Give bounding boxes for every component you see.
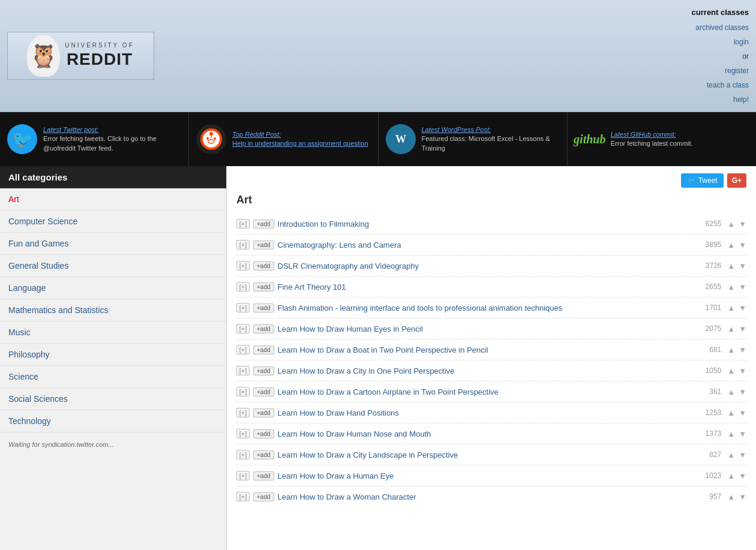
expand-button[interactable]: [+]	[236, 345, 250, 354]
add-button[interactable]: +add	[253, 408, 274, 417]
sidebar-item-art[interactable]: Art	[0, 188, 226, 211]
upvote-button[interactable]: ▲	[727, 367, 735, 375]
expand-button[interactable]: [+]	[236, 387, 250, 396]
course-count: 2075	[697, 324, 721, 333]
upvote-button[interactable]: ▲	[727, 451, 735, 459]
course-name[interactable]: Introduction to Filmmaking	[278, 220, 694, 229]
upvote-button[interactable]: ▲	[727, 493, 735, 501]
expand-button[interactable]: [+]	[236, 240, 250, 250]
course-name[interactable]: Learn How to Draw a City in One Point Pe…	[278, 366, 694, 375]
downvote-button[interactable]: ▼	[739, 493, 746, 501]
expand-button[interactable]: [+]	[236, 261, 250, 271]
course-name[interactable]: Fine Art Theory 101	[278, 282, 694, 291]
upvote-button[interactable]: ▲	[727, 472, 735, 480]
expand-button[interactable]: [+]	[236, 303, 250, 312]
add-button[interactable]: +add	[253, 429, 274, 438]
add-button[interactable]: +add	[253, 492, 274, 501]
downvote-button[interactable]: ▼	[739, 325, 746, 333]
tweet-button[interactable]: 🐦 Tweet	[681, 173, 724, 188]
upvote-button[interactable]: ▲	[727, 325, 735, 333]
downvote-button[interactable]: ▼	[739, 304, 746, 312]
sidebar-item-philosophy[interactable]: Philosophy	[0, 344, 226, 366]
downvote-button[interactable]: ▼	[739, 262, 746, 270]
sidebar-footer: Waiting for syndication.twitter.com...	[0, 435, 226, 454]
gplus-button[interactable]: G+	[727, 173, 746, 188]
page-header: 🦉 UNIVERSITY OF REDDIT current classes a…	[0, 0, 756, 112]
upvote-button[interactable]: ▲	[727, 346, 735, 354]
expand-button[interactable]: [+]	[236, 471, 250, 480]
expand-button[interactable]: [+]	[236, 219, 250, 229]
expand-button[interactable]: [+]	[236, 366, 250, 375]
course-name[interactable]: Learn How to Draw Human Nose and Mouth	[278, 429, 694, 438]
course-count: 957	[697, 492, 721, 501]
nav-teach[interactable]: teach a class	[692, 78, 749, 92]
logo-area: 🦉 UNIVERSITY OF REDDIT	[7, 32, 154, 80]
upvote-button[interactable]: ▲	[727, 220, 735, 228]
expand-button[interactable]: [+]	[236, 324, 250, 333]
sidebar-item-fun-and-games[interactable]: Fun and Games	[0, 233, 226, 255]
downvote-button[interactable]: ▼	[739, 430, 746, 438]
add-button[interactable]: +add	[253, 366, 274, 375]
course-name[interactable]: Learn How to Draw Hand Positions	[278, 408, 694, 417]
twitter-label[interactable]: Latest Twitter post:	[43, 126, 98, 133]
course-name[interactable]: Learn How to Draw a Cartoon Airplane in …	[278, 387, 694, 396]
add-button[interactable]: +add	[253, 303, 274, 312]
nav-help[interactable]: help!	[692, 92, 749, 107]
expand-button[interactable]: [+]	[236, 282, 250, 291]
course-name[interactable]: Learn How to Draw Human Eyes in Pencil	[278, 324, 694, 333]
downvote-button[interactable]: ▼	[739, 388, 746, 396]
add-button[interactable]: +add	[253, 241, 274, 250]
expand-button[interactable]: [+]	[236, 429, 250, 438]
nav-archived-classes[interactable]: archived classes	[692, 20, 749, 35]
site-logo[interactable]: 🦉 UNIVERSITY OF REDDIT	[7, 32, 154, 80]
add-button[interactable]: +add	[253, 262, 274, 271]
reddit-label[interactable]: Top Reddit Post:	[232, 131, 281, 138]
downvote-button[interactable]: ▼	[739, 220, 746, 228]
upvote-button[interactable]: ▲	[727, 262, 735, 270]
nav-login[interactable]: login	[692, 35, 749, 49]
upvote-button[interactable]: ▲	[727, 241, 735, 249]
add-button[interactable]: +add	[253, 471, 274, 480]
reddit-content[interactable]: Help in understanding an assignment ques…	[232, 140, 368, 147]
course-name[interactable]: Learn How to Draw a Human Eye	[278, 471, 694, 480]
sidebar-item-general-studies[interactable]: General Studies	[0, 255, 226, 277]
downvote-button[interactable]: ▼	[739, 472, 746, 480]
course-name[interactable]: Learn How to Draw a City Landscape in Pe…	[278, 450, 694, 459]
sidebar-item-mathematics-and-statistics[interactable]: Mathematics and Statistics	[0, 299, 226, 321]
sidebar-item-language[interactable]: Language	[0, 277, 226, 299]
downvote-button[interactable]: ▼	[739, 451, 746, 459]
course-name[interactable]: Cinematography: Lens and Camera	[278, 241, 694, 250]
add-button[interactable]: +add	[253, 220, 274, 229]
nav-register[interactable]: register	[692, 64, 749, 78]
expand-button[interactable]: [+]	[236, 408, 250, 417]
upvote-button[interactable]: ▲	[727, 430, 735, 438]
downvote-button[interactable]: ▼	[739, 346, 746, 354]
add-button[interactable]: +add	[253, 450, 274, 459]
add-button[interactable]: +add	[253, 282, 274, 291]
downvote-button[interactable]: ▼	[739, 367, 746, 375]
expand-button[interactable]: [+]	[236, 450, 250, 459]
upvote-button[interactable]: ▲	[727, 283, 735, 291]
sidebar-item-computer-science[interactable]: Computer Science	[0, 211, 226, 233]
github-label[interactable]: Latest GitHub commit:	[611, 131, 676, 138]
downvote-button[interactable]: ▼	[739, 283, 746, 291]
sidebar-item-science[interactable]: Science	[0, 366, 226, 388]
sidebar-item-social-sciences[interactable]: Social Sciences	[0, 388, 226, 410]
wordpress-label[interactable]: Latest WordPress Post:	[422, 126, 491, 133]
downvote-button[interactable]: ▼	[739, 241, 746, 249]
expand-button[interactable]: [+]	[236, 492, 250, 501]
sidebar-item-technology[interactable]: Technology	[0, 410, 226, 432]
course-name[interactable]: DSLR Cinematography and Videography	[278, 262, 694, 271]
add-button[interactable]: +add	[253, 345, 274, 354]
add-button[interactable]: +add	[253, 387, 274, 396]
add-button[interactable]: +add	[253, 324, 274, 333]
upvote-button[interactable]: ▲	[727, 409, 735, 417]
sidebar-item-music[interactable]: Music	[0, 321, 226, 344]
downvote-button[interactable]: ▼	[739, 409, 746, 417]
course-name[interactable]: Learn How to Draw a Boat in Two Point Pe…	[278, 345, 694, 354]
upvote-button[interactable]: ▲	[727, 388, 735, 396]
upvote-button[interactable]: ▲	[727, 304, 735, 312]
course-name[interactable]: Flash Animation - learning interface and…	[278, 303, 694, 312]
course-name[interactable]: Learn How to Draw a Woman Character	[278, 492, 694, 501]
nav-current-classes[interactable]: current classes	[692, 5, 749, 20]
